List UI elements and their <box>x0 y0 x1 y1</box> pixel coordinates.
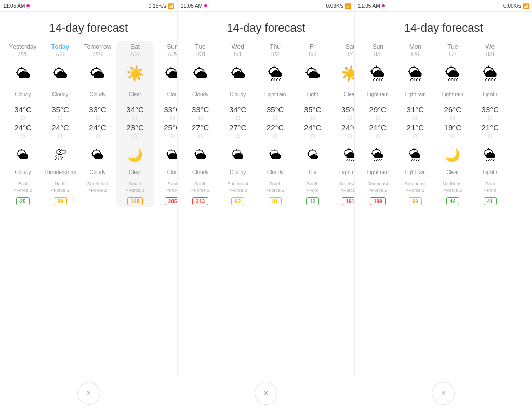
wind-label-p0d0: East<Force 2 <box>14 180 32 195</box>
temp-high-p2d3: 33°C <box>482 105 499 114</box>
day-col-p2d1: Mon8/6🌦Light rain31°C21°C🌦Light rainSout… <box>396 41 434 207</box>
graph-dot-low-p1d3 <box>311 134 315 138</box>
pink-dot-1 <box>26 4 30 7</box>
day-name-p1d1: Wed <box>231 43 244 50</box>
days-container-1: Yesterday7/25🌥Cloudy34°C24°C🌥CloudyEast<… <box>0 41 177 370</box>
wifi-icon-2: 📶 <box>345 3 351 9</box>
temp-low-p1d0: 27°C <box>192 123 209 132</box>
day-date-p0d2: 7/27 <box>92 51 103 57</box>
close-button-2[interactable]: × <box>255 382 277 405</box>
weather-icon-p2d1: 🌦 <box>408 60 422 86</box>
graph-dot-high-p0d2 <box>96 116 100 120</box>
status-bar-2: 11:05 AM 0.03K/s 📶 <box>178 0 355 11</box>
close-button-1[interactable]: × <box>77 382 100 405</box>
close-button-3[interactable]: × <box>432 382 455 405</box>
graph-dot-high-p2d1 <box>413 116 417 120</box>
weather-icon-p0d2: 🌥 <box>90 60 105 86</box>
day-name-p0d4: Sun <box>167 43 177 50</box>
day-col-p2d0: Sun8/5🌦Light rain29°C21°C🌦Light rainNort… <box>359 41 396 207</box>
night-label-p0d1: Thunderstorm <box>44 166 76 179</box>
temp-high-p2d1: 31°C <box>407 105 424 114</box>
aqi-badge-p1d3: 12 <box>306 197 319 205</box>
graph-dot-low-p0d3 <box>133 134 137 138</box>
temp-high-p1d0: 33°C <box>192 105 209 114</box>
graph-dot-low-p1d0 <box>198 134 203 138</box>
graph-dot-low-p0d4 <box>170 134 175 138</box>
night-icon-p2d3: 🌦 <box>484 144 496 165</box>
wind-label-p1d2: South<Force 2 <box>266 180 285 195</box>
temp-low-p2d0: 21°C <box>369 123 387 132</box>
temp-high-p0d2: 33°C <box>89 105 107 114</box>
weather-label-p2d3: Light r <box>483 87 497 102</box>
temp-low-p2d2: 19°C <box>444 123 462 132</box>
temp-high-p2d2: 26°C <box>444 105 462 114</box>
night-icon-p2d0: 🌦 <box>371 144 384 165</box>
days-row-3: Sun8/5🌦Light rain29°C21°C🌦Light rainNort… <box>355 41 532 207</box>
aqi-badge-p2d0: 199 <box>370 197 386 205</box>
wind-label-p2d1: Southeast<Force 2 <box>405 180 426 195</box>
temp-high-p1d2: 35°C <box>267 105 284 114</box>
day-col-p1d2: Thu8/2🌦Light rain35°C22°C🌥CloudySouth<Fo… <box>257 41 294 207</box>
graph-dot-low-p1d1 <box>236 134 240 138</box>
aqi-badge-p0d0: 25 <box>16 197 29 205</box>
weather-label-p1d1: Cloudy <box>230 87 246 102</box>
graph-dot-low-p2d1 <box>413 134 417 138</box>
night-icon-p0d0: 🌥 <box>17 144 29 165</box>
panel-1: 14-day forecast Yesterday7/25🌥Cloudy34°C… <box>0 12 178 376</box>
temp-low-p1d1: 27°C <box>229 123 247 132</box>
status-right-3: 0.00K/s 📶 <box>503 3 529 9</box>
night-label-p1d0: Cloudy <box>192 166 208 179</box>
temp-low-p2d1: 21°C <box>407 123 424 132</box>
day-col-p2d3: We8/8🌦Light r33°C21°C🌦Light rSout<Forc41 <box>471 41 509 207</box>
day-date-p0d1: 7/26 <box>55 51 65 57</box>
temp-low-p1d3: 24°C <box>304 123 322 132</box>
weather-label-p0d2: Cloudy <box>89 87 105 102</box>
weather-icon-p2d2: 🌦 <box>445 60 460 86</box>
wind-label-p1d4: Southwest<Force 2 <box>339 180 355 195</box>
weather-icon-p2d0: 🌦 <box>370 60 385 86</box>
status-right-1: 0.15K/s 📶 <box>149 3 174 9</box>
forecast-title-1: 14-day forecast <box>0 12 177 41</box>
night-icon-p1d3: 🌤 <box>307 144 319 165</box>
graph-dot-low-p0d2 <box>96 134 100 138</box>
weather-icon-p1d2: 🌦 <box>268 60 283 86</box>
status-left-1: 11:05 AM <box>3 3 30 9</box>
temp-low-p1d4: 24°C <box>341 123 354 132</box>
panel-3: 14-day forecast Sun8/5🌦Light rain29°C21°… <box>355 12 532 376</box>
weather-label-p1d3: Light <box>307 87 318 102</box>
aqi-badge-p0d3: 148 <box>127 197 143 205</box>
network-2: 0.03K/s <box>326 3 343 9</box>
aqi-badge-p1d4: 191 <box>342 197 354 205</box>
day-name-p2d2: Tue <box>447 43 458 50</box>
network-3: 0.00K/s <box>503 3 521 9</box>
weather-label-p0d4: Clou <box>167 87 177 102</box>
wifi-icon-1: 📶 <box>168 3 174 9</box>
night-icon-p2d2: 🌙 <box>445 144 460 165</box>
night-label-p2d0: Light rain <box>367 166 389 179</box>
day-name-p0d1: Today <box>51 43 69 50</box>
temp-high-p1d4: 35°C <box>341 105 354 114</box>
status-left-2: 11:05 AM <box>181 3 207 9</box>
graph-dot-high-p2d0 <box>376 116 380 120</box>
day-col-p1d1: Wed8/1🌥Cloudy34°C27°C🌥CloudySoutheast<Fo… <box>219 41 257 207</box>
temp-high-p0d0: 34°C <box>14 105 32 114</box>
graph-dot-high-p1d4 <box>348 116 352 120</box>
aqi-badge-p1d2: 81 <box>269 197 282 205</box>
night-label-p1d3: Cle <box>309 166 316 179</box>
graph-dot-high-p0d3 <box>133 116 137 120</box>
status-bars: 11:05 AM 0.15K/s 📶 11:05 AM 0.03K/s 📶 11… <box>0 0 532 12</box>
day-date-p1d4: 8/4 <box>346 51 354 57</box>
wind-label-p2d3: Sout<Forc <box>484 180 496 195</box>
days-row-1: Yesterday7/25🌥Cloudy34°C24°C🌥CloudyEast<… <box>0 41 177 207</box>
weather-label-p2d0: Light rain <box>367 87 389 102</box>
panels-container: 14-day forecast Yesterday7/25🌥Cloudy34°C… <box>0 12 532 376</box>
day-col-p2d2: Tue8/7🌦Light rain26°C19°C🌙ClearNortheast… <box>434 41 471 207</box>
day-date-p1d0: 7/31 <box>195 51 206 57</box>
day-date-p1d3: 8/3 <box>309 51 316 57</box>
weather-icon-p2d3: 🌦 <box>483 60 497 86</box>
aqi-badge-p2d3: 41 <box>484 197 497 205</box>
day-col-p0d0: Yesterday7/25🌥Cloudy34°C24°C🌥CloudyEast<… <box>4 41 42 207</box>
night-icon-p1d0: 🌥 <box>194 144 207 165</box>
wind-label-p2d0: Northeast<Force 2 <box>368 180 388 195</box>
status-right-2: 0.03K/s 📶 <box>326 3 351 9</box>
